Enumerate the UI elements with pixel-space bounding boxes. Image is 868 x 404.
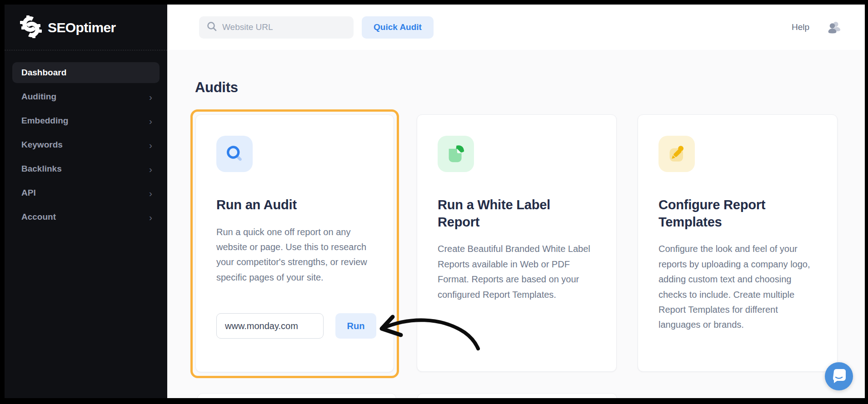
chevron-right-icon: › <box>149 188 152 198</box>
card-run-an-audit[interactable]: Run an Audit Run a quick one off report … <box>195 114 394 372</box>
logo-text: SEOptimer <box>48 20 116 35</box>
quick-audit-button[interactable]: Quick Audit <box>362 16 434 39</box>
card-title: Run an Audit <box>216 197 373 214</box>
card-description: Run a quick one off report on any websit… <box>216 225 373 286</box>
sidebar-item-api[interactable]: API › <box>12 182 160 203</box>
search-icon <box>206 21 217 34</box>
topbar: Quick Audit Help <box>167 5 865 50</box>
help-link[interactable]: Help <box>792 22 809 32</box>
website-url-searchbox[interactable] <box>199 16 354 39</box>
card-configure-report-templates[interactable]: Configure Report Templates Configure the… <box>638 114 838 372</box>
page-title: Audits <box>195 79 238 96</box>
seoptimer-gears-icon <box>20 15 42 40</box>
sidebar-item-account[interactable]: Account › <box>12 207 160 227</box>
document-icon <box>438 136 474 172</box>
search-icon <box>216 136 253 172</box>
chevron-right-icon: › <box>149 212 152 222</box>
chat-launcher-button[interactable] <box>825 362 853 390</box>
chevron-right-icon: › <box>149 92 152 102</box>
chat-bubble-icon <box>831 369 847 384</box>
logo[interactable]: SEOptimer <box>5 5 167 50</box>
sidebar: SEOptimer Dashboard Auditing › Embedding… <box>5 5 167 398</box>
chevron-right-icon: › <box>149 140 152 150</box>
card-description: Create Beautiful Branded White Label Rep… <box>438 241 596 302</box>
card-partial[interactable] <box>417 393 617 398</box>
chevron-right-icon: › <box>149 116 152 126</box>
users-account-icon[interactable] <box>828 21 841 34</box>
sidebar-item-keywords[interactable]: Keywords › <box>12 134 160 155</box>
card-title: Configure Report Templates <box>658 197 817 231</box>
sidebar-item-backlinks[interactable]: Backlinks › <box>12 158 160 179</box>
sidebar-item-embedding[interactable]: Embedding › <box>12 110 160 131</box>
search-input[interactable] <box>222 22 346 32</box>
card-description: Configure the look and feel of your repo… <box>658 241 817 332</box>
run-button[interactable]: Run <box>335 313 376 339</box>
card-white-label-report[interactable]: Run a White Label Report Create Beautifu… <box>417 114 617 372</box>
sidebar-item-auditing[interactable]: Auditing › <box>12 86 160 107</box>
audit-url-input[interactable] <box>216 313 324 339</box>
card-title: Run a White Label Report <box>438 197 596 231</box>
app-window: SEOptimer Dashboard Auditing › Embedding… <box>5 5 865 398</box>
pencil-icon <box>658 136 695 172</box>
sidebar-item-dashboard[interactable]: Dashboard <box>12 62 160 83</box>
card-partial[interactable] <box>197 393 396 398</box>
chevron-right-icon: › <box>149 164 152 174</box>
highlight-annotation-frame: Run an Audit Run a quick one off report … <box>190 109 399 378</box>
